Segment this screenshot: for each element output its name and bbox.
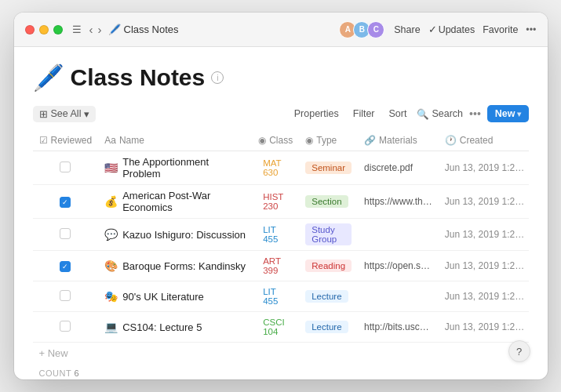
new-button[interactable]: New ▾ [487,105,529,122]
type-cell: Study Group [299,219,358,251]
class-badge: ART 399 [258,256,293,276]
checkbox-cell[interactable] [33,281,99,312]
sort-button[interactable]: Sort [385,106,411,122]
maximize-button[interactable] [53,25,63,34]
checkbox-icon: ☑ [39,135,48,146]
column-type: ◉ Type [299,130,358,151]
column-materials: 🔗 Materials [358,130,439,151]
type-badge: Lecture [305,321,348,333]
created-cell: Jun 13, 2019 1:2… [439,185,529,219]
checkbox[interactable] [60,162,71,172]
back-button[interactable]: ‹ [89,23,93,36]
collaborator-avatars: A B C [339,21,384,38]
created-cell: Jun 13, 2019 1:2… [439,251,529,281]
updates-button[interactable]: ✓ Updates [428,24,475,35]
share-button[interactable]: Share [394,24,420,35]
row-emoji: 🎨 [104,260,118,272]
filter-button[interactable]: Filter [349,106,379,122]
table-row[interactable]: 🇺🇸The Apportionment ProblemMAT 630Semina… [33,151,529,185]
help-button[interactable]: ? [508,340,530,362]
class-badge: MAT 630 [258,158,293,178]
tag-icon: ◉ [305,135,313,146]
checkbox[interactable] [60,261,71,272]
class-cell: LIT 455 [252,281,299,312]
checkbox-cell[interactable] [33,185,99,219]
menu-icon[interactable]: ☰ [72,24,82,35]
page-title-area: 🖊️ Class Notes i [33,63,529,93]
table-row[interactable]: 💬Kazuo Ishiguro: DiscussionLIT 455Study … [33,219,529,251]
materials-cell [358,219,439,251]
name-cell: 🇺🇸The Apportionment Problem [98,151,252,185]
row-emoji: 🎭 [104,290,118,303]
checkbox-cell[interactable] [33,219,99,251]
table-row[interactable]: 🎭90's UK LiteratureLIT 455LectureJun 13,… [33,281,529,312]
class-badge: CSCI 104 [258,317,293,337]
created-cell: Jun 13, 2019 1:2… [439,219,529,251]
type-cell: Lecture [299,281,358,312]
breadcrumb: 🖊️ Class Notes [108,24,179,35]
page-title: Class Notes [71,64,206,91]
database-table: ☑ Reviewed Aa Name ◉ [33,130,529,379]
add-new-label[interactable]: + New [33,343,529,365]
class-cell: HIST 230 [252,185,299,219]
created-cell: Jun 13, 2019 1:2… [439,151,529,185]
row-name: CS104: Lecture 5 [122,321,202,333]
row-name: Baroque Forms: Kandinsky [122,260,246,272]
row-name: The Apportionment Problem [122,156,246,180]
name-cell: 🎭90's UK Literature [98,281,252,312]
column-reviewed: ☑ Reviewed [33,130,99,151]
column-created: 🕐 Created [439,130,529,151]
more-options-button[interactable]: ••• [526,24,536,35]
type-badge: Study Group [305,223,352,245]
checkbox[interactable] [60,228,71,239]
content-area: 🖊️ Class Notes i ⊞ See All ▾ Properties … [14,47,548,379]
favorite-button[interactable]: Favorite [483,24,518,35]
type-cell: Reading [299,251,358,281]
row-emoji: 💻 [104,321,118,333]
checkbox[interactable] [60,290,71,301]
add-new-row[interactable]: + New [33,343,529,365]
row-name: 90's UK Literature [122,291,204,303]
checkbox-cell[interactable] [33,151,99,185]
close-button[interactable] [25,25,35,34]
titlebar-actions: Share ✓ Updates Favorite ••• [394,24,536,35]
class-cell: ART 399 [252,251,299,281]
materials-cell [358,281,439,312]
more-options-icon[interactable]: ••• [469,107,481,120]
class-cell: MAT 630 [252,151,299,185]
checkbox-cell[interactable] [33,251,99,281]
class-badge: HIST 230 [258,191,293,212]
page-title-emoji: 🖊️ [33,63,64,93]
link-icon: 🔗 [364,135,376,146]
checkbox-cell[interactable] [33,312,99,343]
checkmark-icon: ✓ [428,24,437,35]
text-icon: Aa [104,135,116,146]
chevron-down-icon: ▾ [517,110,521,118]
minimize-button[interactable] [39,25,49,34]
info-icon[interactable]: i [211,71,224,84]
checkbox[interactable] [60,197,71,208]
type-badge: Seminar [305,162,352,174]
search-button[interactable]: 🔍 Search [417,108,463,120]
type-cell: Lecture [299,312,358,343]
table-row[interactable]: 💻CS104: Lecture 5CSCI 104Lecturehttp://b… [33,312,529,343]
count-label: COUNT 6 [39,362,80,379]
forward-button[interactable]: › [98,23,102,36]
clock-icon: 🕐 [445,135,457,146]
grid-icon: ⊞ [39,108,48,120]
row-emoji: 🇺🇸 [104,162,118,174]
see-all-button[interactable]: ⊞ See All ▾ [33,106,97,122]
traffic-lights [25,25,63,34]
created-cell: Jun 13, 2019 1:2… [439,281,529,312]
checkbox[interactable] [60,321,71,332]
class-cell: CSCI 104 [252,312,299,343]
row-emoji: 💬 [104,228,118,241]
table-row[interactable]: 🎨Baroque Forms: KandinskyART 399Readingh… [33,251,529,281]
type-cell: Section [299,185,358,219]
properties-button[interactable]: Properties [290,106,343,122]
type-badge: Reading [305,260,352,272]
name-cell: 💬Kazuo Ishiguro: Discussion [98,219,252,251]
materials-cell: http://bits.usc… [358,312,439,343]
table-row[interactable]: 💰American Post-War EconomicsHIST 230Sect… [33,185,529,219]
tag-icon: ◉ [258,135,266,146]
